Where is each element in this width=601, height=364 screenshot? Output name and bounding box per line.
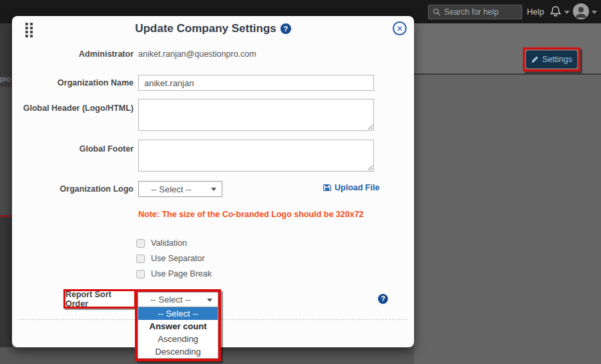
menu-option-descending[interactable]: Descending [138,345,218,358]
checkbox-icon[interactable] [136,254,145,263]
report-sort-order-select[interactable]: -- Select -- [138,292,218,307]
menu-option-answer-count[interactable]: Answer count [138,320,218,333]
logo-size-note: Note: The size of the Co-branded Logo sh… [138,210,364,219]
avatar-dropdown-caret[interactable] [592,11,597,14]
help-search-box[interactable] [428,5,522,19]
select-caret-icon [211,188,216,191]
checkbox-icon[interactable] [136,239,145,248]
report-sort-dropdown-annotation-box: -- Select -- -- Select -- Answer count A… [135,289,221,361]
page-background-strip [0,87,12,215]
update-company-settings-dialog: Update Company Settings Administrator an… [12,16,414,347]
page-background-panel [414,75,601,364]
menu-option-select[interactable]: -- Select -- [138,307,218,320]
select-caret-icon [207,299,212,302]
organization-name-input[interactable] [138,75,374,91]
organization-logo-select[interactable]: -- Select -- [138,181,222,197]
global-header-textarea[interactable] [138,99,374,131]
use-separator-checkbox-row[interactable]: Use Separator [136,254,205,263]
organization-logo-selected-value: -- Select -- [151,184,192,194]
checkbox-label: Use Separator [151,254,205,263]
administrator-value: aniket.ranjan@questionpro.com [138,49,256,59]
report-sort-order-menu: -- Select -- Answer count Ascending Desc… [138,307,218,359]
upload-file-link[interactable]: Upload File [323,183,379,192]
clipped-page-text: pro [0,75,11,83]
report-sort-order-annotation-box: Report Sort Order [63,289,136,309]
checkbox-label: Validation [151,238,187,248]
bell-dropdown-caret[interactable] [564,11,570,14]
use-page-break-checkbox-row[interactable]: Use Page Break [136,269,212,279]
help-link[interactable]: Help [527,7,544,17]
settings-button[interactable]: Settings [526,51,577,68]
title-help-icon[interactable] [280,23,291,34]
upload-file-label: Upload File [335,183,379,192]
settings-annotation-box: Settings [523,47,580,71]
validation-checkbox-row[interactable]: Validation [136,238,187,248]
administrator-label: Administrator [19,49,134,59]
report-sort-order-selected-value: -- Select -- [150,295,191,305]
checkbox-label: Use Page Break [151,269,212,279]
global-footer-label: Global Footer [19,144,134,154]
user-avatar[interactable] [573,3,589,19]
pencil-icon [531,55,539,63]
dialog-title: Update Company Settings [135,22,276,35]
global-header-label: Global Header (Logo/HTML) [19,104,134,113]
report-sort-help-icon[interactable] [378,294,388,304]
organization-logo-label: Organization Logo [19,184,134,194]
search-icon [433,8,441,16]
notifications-bell-icon[interactable] [549,5,562,19]
menu-option-ascending[interactable]: Ascending [138,333,218,345]
page-background-strip [0,217,12,347]
upload-file-icon [323,184,331,192]
organization-name-label: Organization Name [19,78,134,87]
close-icon[interactable] [393,21,407,35]
checkbox-icon[interactable] [136,270,145,279]
report-sort-order-label: Report Sort Order [65,290,134,309]
settings-button-label: Settings [542,55,572,64]
global-footer-textarea[interactable] [138,140,374,172]
